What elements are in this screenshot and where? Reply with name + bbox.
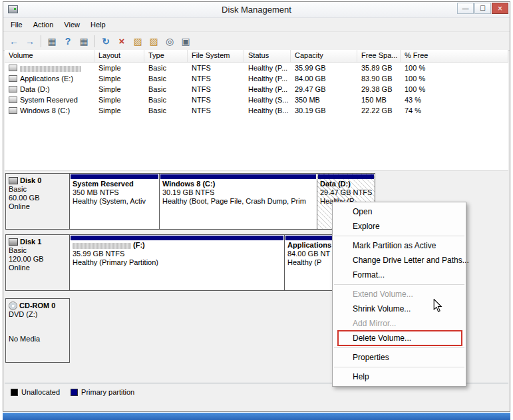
menu-item-open[interactable]: Open — [333, 204, 466, 219]
partition-name: Data (D:) — [317, 180, 375, 188]
disk-1-header[interactable]: Disk 1 Basic 120.00 GB Online — [5, 234, 70, 291]
cell-type: Basic — [144, 75, 188, 83]
help-icon[interactable]: ? — [61, 34, 75, 49]
cell-status: Healthy (P... — [244, 75, 291, 83]
maximize-button[interactable]: ☐ — [474, 3, 491, 14]
partition-windows-8-c[interactable]: Windows 8 (C:) 30.19 GB NTFS Healthy (Bo… — [160, 174, 317, 229]
redacted-partition-name — [73, 243, 131, 249]
toolbar-separator — [94, 35, 95, 47]
partition-applications-e[interactable]: Applications 84.00 GB NT Healthy (P — [285, 235, 334, 290]
partition-f[interactable]: (F:) 35.99 GB NTFS Healthy (Primary Part… — [70, 235, 285, 290]
cell-type: Basic — [144, 96, 188, 104]
cell-layout: Simple — [94, 75, 144, 83]
cell-file-system: NTFS — [188, 106, 244, 114]
folder-open-icon[interactable]: ▨ — [130, 34, 145, 49]
partition-color-bar — [71, 236, 283, 240]
forward-icon[interactable]: → — [23, 34, 37, 49]
search-icon[interactable]: ◎ — [162, 34, 177, 49]
back-icon[interactable]: ← — [7, 34, 21, 49]
disk-size: 120.00 GB — [9, 255, 67, 264]
menu-item-mark-partition-active[interactable]: Mark Partition as Active — [333, 238, 466, 253]
partition-size: 29.47 GB NTFS — [317, 188, 375, 197]
title-bar: Disk Management — ☐ × — [3, 2, 510, 18]
partition-system-reserved[interactable]: System Reserved 350 MB NTFS Healthy (Sys… — [70, 174, 160, 229]
cell-free-space: 22.22 GB — [357, 106, 401, 114]
column-free-space[interactable]: Free Spa... — [357, 50, 401, 62]
cell-status: Healthy (P... — [244, 64, 291, 72]
disk-tool-icon[interactable]: ▣ — [178, 34, 193, 49]
column-type[interactable]: Type — [144, 50, 188, 62]
menu-item-add-mirror: Add Mirror... — [333, 316, 466, 331]
table-row[interactable]: Windows 8 (C:) Simple Basic NTFS Healthy… — [5, 105, 508, 116]
column-status[interactable]: Status — [244, 50, 291, 62]
table-row[interactable]: Simple Basic NTFS Healthy (P... 35.99 GB… — [5, 63, 508, 73]
unallocated-swatch — [11, 389, 18, 396]
disk-type: Basic — [9, 185, 67, 194]
volume-icon — [9, 97, 17, 103]
close-button[interactable]: × — [492, 3, 508, 14]
cell-free-space: 35.89 GB — [357, 64, 401, 72]
volume-name: Data (D:) — [20, 85, 50, 93]
cell-type: Basic — [144, 85, 188, 93]
disk-size: 60.00 GB — [9, 194, 67, 202]
cd-rom-icon — [9, 302, 17, 310]
refresh-icon[interactable]: ↻ — [98, 34, 113, 49]
delete-icon[interactable]: × — [114, 34, 129, 49]
menu-item-properties[interactable]: Properties — [333, 350, 466, 365]
console-window-icon[interactable]: ▦ — [77, 34, 91, 49]
cell-capacity: 35.99 GB — [291, 64, 357, 72]
table-row[interactable]: Data (D:) Simple Basic NTFS Healthy (P..… — [5, 84, 508, 95]
partition-name: (F:) — [70, 241, 284, 250]
minimize-button[interactable]: — — [457, 3, 474, 14]
primary-partition-swatch — [71, 389, 78, 396]
partition-color-bar — [318, 174, 374, 179]
partition-color-bar — [285, 236, 333, 240]
properties-icon[interactable]: ▨ — [146, 34, 161, 49]
volume-name: Applications (E:) — [20, 75, 73, 83]
console-tree-icon[interactable]: ▦ — [45, 34, 59, 49]
volume-name: System Reserved — [20, 96, 78, 104]
volume-icon — [9, 65, 17, 71]
cell-percent-free: 74 % — [401, 106, 508, 114]
cell-file-system: NTFS — [188, 96, 244, 104]
cell-status: Healthy (P... — [244, 85, 291, 93]
menu-separator — [334, 284, 464, 285]
cdrom-0-header[interactable]: CD-ROM 0 DVD (Z:) No Media — [5, 298, 70, 363]
cell-capacity: 30.19 GB — [291, 106, 357, 114]
mouse-cursor-icon — [433, 299, 442, 312]
volume-name: Windows 8 (C:) — [20, 106, 70, 114]
column-capacity[interactable]: Capacity — [291, 50, 357, 62]
partition-size: 35.99 GB NTFS — [70, 250, 284, 258]
table-row[interactable]: System Reserved Simple Basic NTFS Health… — [5, 95, 508, 105]
menu-item-extend-volume: Extend Volume... — [333, 287, 466, 302]
menu-view[interactable]: View — [59, 19, 85, 30]
column-volume[interactable]: Volume — [5, 50, 94, 62]
menu-item-shrink-volume[interactable]: Shrink Volume... — [333, 302, 466, 316]
column-layout[interactable]: Layout — [94, 50, 144, 62]
disk-0-row: Disk 0 Basic 60.00 GB Online System Rese… — [5, 173, 375, 230]
cell-type: Basic — [144, 64, 188, 72]
menu-item-change-drive-letter[interactable]: Change Drive Letter and Paths... — [333, 253, 466, 268]
disk-0-header[interactable]: Disk 0 Basic 60.00 GB Online — [5, 173, 70, 230]
context-menu: Open Explore Mark Partition as Active Ch… — [332, 202, 466, 387]
volume-list-header: Volume Layout Type File System Status Ca… — [5, 50, 508, 63]
cell-layout: Simple — [94, 106, 144, 114]
disk-icon — [9, 238, 18, 246]
menu-item-delete-volume[interactable]: Delete Volume... — [333, 331, 466, 345]
disk-name: Disk 0 — [20, 176, 41, 185]
partition-status: Healthy (Boot, Page File, Crash Dump, Pr… — [160, 197, 317, 206]
menu-help[interactable]: Help — [85, 19, 111, 30]
column-file-system[interactable]: File System — [188, 50, 244, 62]
legend-primary-partition: Primary partition — [71, 388, 134, 396]
menu-item-explore[interactable]: Explore — [333, 219, 466, 234]
menu-file[interactable]: File — [5, 19, 28, 30]
menu-item-help[interactable]: Help — [333, 369, 466, 384]
partition-color-bar — [71, 174, 158, 179]
column-percent-free[interactable]: % Free — [401, 50, 508, 62]
menu-action[interactable]: Action — [28, 19, 59, 30]
cell-free-space: 150 MB — [357, 96, 401, 104]
menu-item-format[interactable]: Format... — [333, 268, 466, 282]
table-row[interactable]: Applications (E:) Simple Basic NTFS Heal… — [5, 73, 508, 84]
cell-layout: Simple — [94, 64, 144, 72]
disk-0-partitions: System Reserved 350 MB NTFS Healthy (Sys… — [69, 173, 375, 230]
